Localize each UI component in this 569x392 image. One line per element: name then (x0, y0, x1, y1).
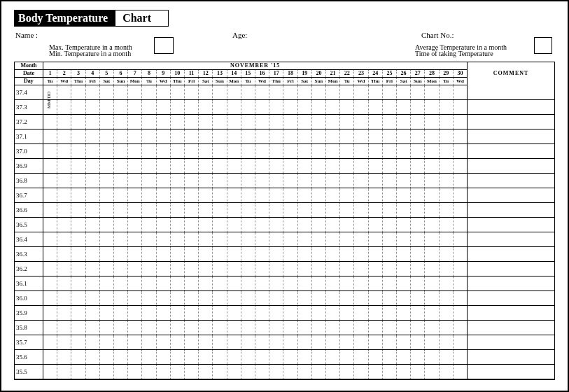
cell[interactable] (57, 218, 71, 232)
cell[interactable] (439, 276, 453, 291)
cell[interactable] (170, 335, 184, 350)
cell[interactable] (325, 218, 339, 232)
cell[interactable] (283, 321, 297, 335)
cell[interactable] (85, 232, 99, 247)
cell[interactable] (425, 218, 439, 232)
cell[interactable] (325, 159, 339, 174)
cell[interactable] (142, 247, 156, 262)
cell[interactable] (156, 203, 170, 218)
cell[interactable] (411, 276, 425, 291)
cell[interactable] (439, 115, 453, 130)
cell[interactable] (142, 130, 156, 144)
cell[interactable] (340, 130, 354, 144)
cell[interactable] (269, 174, 283, 188)
cell[interactable] (199, 232, 213, 247)
cell[interactable] (85, 85, 99, 100)
cell[interactable] (71, 188, 85, 203)
cell[interactable] (411, 232, 425, 247)
cell[interactable] (269, 232, 283, 247)
cell[interactable] (283, 130, 297, 144)
cell[interactable] (368, 174, 382, 188)
cell[interactable] (227, 130, 241, 144)
cell[interactable] (411, 218, 425, 232)
cell[interactable] (184, 247, 198, 262)
cell[interactable] (71, 306, 85, 321)
cell[interactable] (340, 276, 354, 291)
cell[interactable] (354, 291, 368, 306)
cell[interactable] (453, 159, 467, 174)
comment-cell[interactable] (468, 188, 554, 203)
cell[interactable] (99, 159, 113, 174)
cell[interactable] (227, 100, 241, 115)
cell[interactable] (368, 188, 382, 203)
cell[interactable] (439, 100, 453, 115)
cell[interactable] (213, 85, 227, 100)
cell[interactable] (397, 159, 411, 174)
cell[interactable] (297, 188, 311, 203)
cell[interactable] (71, 350, 85, 365)
cell[interactable] (411, 262, 425, 276)
cell[interactable] (354, 188, 368, 203)
cell[interactable] (199, 188, 213, 203)
cell[interactable] (99, 247, 113, 262)
cell[interactable] (255, 350, 269, 365)
cell[interactable] (142, 159, 156, 174)
cell[interactable] (170, 306, 184, 321)
cell[interactable] (241, 85, 255, 100)
cell[interactable] (425, 291, 439, 306)
cell[interactable] (340, 85, 354, 100)
cell[interactable] (411, 130, 425, 144)
cell[interactable] (199, 100, 213, 115)
cell[interactable] (113, 203, 127, 218)
cell[interactable] (156, 159, 170, 174)
cell[interactable] (411, 306, 425, 321)
comment-cell[interactable] (468, 262, 554, 276)
cell[interactable] (397, 232, 411, 247)
cell[interactable] (397, 218, 411, 232)
cell[interactable] (213, 276, 227, 291)
cell[interactable] (128, 276, 142, 291)
cell[interactable] (269, 276, 283, 291)
cell[interactable] (283, 232, 297, 247)
cell[interactable] (113, 335, 127, 350)
cell[interactable] (411, 291, 425, 306)
cell[interactable] (199, 276, 213, 291)
cell[interactable] (43, 262, 57, 276)
comment-cell[interactable] (468, 115, 554, 130)
cell[interactable] (128, 100, 142, 115)
cell[interactable] (411, 100, 425, 115)
cell[interactable] (439, 365, 453, 379)
cell[interactable] (184, 335, 198, 350)
cell[interactable] (368, 321, 382, 335)
cell[interactable] (213, 247, 227, 262)
cell[interactable] (43, 130, 57, 144)
cell[interactable] (99, 144, 113, 159)
cell[interactable] (227, 203, 241, 218)
cell[interactable] (142, 306, 156, 321)
cell[interactable] (113, 232, 127, 247)
cell[interactable] (439, 159, 453, 174)
cell[interactable] (453, 321, 467, 335)
cell[interactable] (227, 232, 241, 247)
cell[interactable] (283, 100, 297, 115)
cell[interactable] (368, 85, 382, 100)
cell[interactable] (142, 276, 156, 291)
cell[interactable] (43, 365, 57, 379)
cell[interactable] (411, 159, 425, 174)
cell[interactable] (425, 306, 439, 321)
cell[interactable] (311, 218, 325, 232)
cell[interactable] (382, 85, 396, 100)
cell[interactable] (99, 306, 113, 321)
cell[interactable] (382, 306, 396, 321)
cell[interactable] (255, 262, 269, 276)
cell[interactable] (425, 85, 439, 100)
cell[interactable] (255, 115, 269, 130)
cell[interactable] (368, 335, 382, 350)
cell[interactable] (311, 159, 325, 174)
cell[interactable] (241, 291, 255, 306)
cell[interactable] (227, 350, 241, 365)
cell[interactable] (213, 365, 227, 379)
cell[interactable] (255, 188, 269, 203)
cell[interactable] (241, 247, 255, 262)
cell[interactable] (113, 262, 127, 276)
